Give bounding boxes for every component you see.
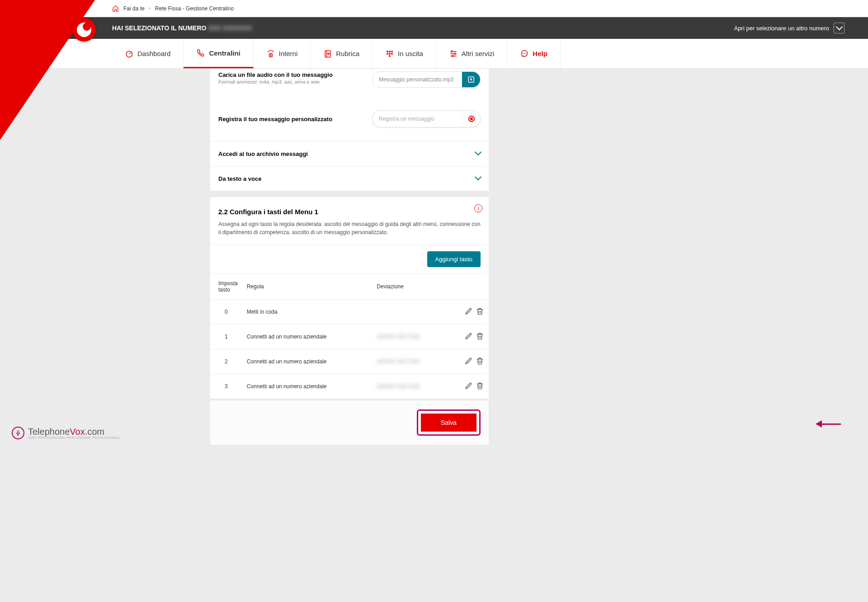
svg-point-11: [451, 51, 453, 52]
main-nav: Dashboard Centralini Interni Rubrica In …: [0, 39, 868, 69]
cell-key: 2: [210, 349, 242, 374]
save-highlight: Salva: [417, 409, 481, 436]
nav-label: Rubrica: [336, 50, 359, 57]
cell-deviation: XXXXX XXX XXX: [372, 374, 448, 399]
cell-key: 3: [210, 374, 242, 399]
nav-altri-servizi[interactable]: Altri servizi: [436, 39, 508, 68]
watermark-suffix: Vox: [70, 427, 85, 437]
svg-point-12: [454, 53, 456, 54]
cell-rule: Connetti ad un numero aziendale: [242, 349, 373, 374]
expand-tts[interactable]: Da testo a voce: [210, 166, 489, 191]
breadcrumb: Fai da te › Rete Fissa - Gestione Centra…: [0, 0, 868, 17]
delete-button[interactable]: [476, 307, 484, 315]
svg-rect-16: [17, 431, 19, 433]
nav-dashboard[interactable]: Dashboard: [112, 39, 184, 68]
table-row: 3Connetti ad un numero aziendaleXXXXX XX…: [210, 374, 489, 399]
cell-rule: Metti in coda: [242, 300, 373, 325]
annotation-arrow: [816, 420, 841, 428]
phone-icon: [196, 48, 205, 57]
section-configure-keys: i 2.2 Configura i tasti del Menu 1 Asseg…: [210, 197, 489, 245]
upload-sublabel: Formati ammessi: m4a, mp3, aac, wma e wa…: [218, 79, 333, 85]
edit-button[interactable]: [464, 381, 473, 390]
expand-archive[interactable]: Accedi al tuo archivio messaggi: [210, 141, 489, 166]
keys-table: Imposta tasto Regola Deviazione 0Metti i…: [210, 273, 489, 399]
upload-label: Carica un file audio con il tuo messaggi…: [218, 71, 333, 78]
svg-point-10: [389, 55, 391, 56]
record-label: Registra il tuo messaggio personalizzato: [218, 116, 332, 122]
cell-rule: Connetti ad un numero aziendale: [242, 325, 373, 349]
nav-label: In uscita: [398, 50, 423, 57]
cell-rule: Connetti ad un numero aziendale: [242, 374, 373, 399]
switch-number-label[interactable]: Apri per selezionare un altro numero: [734, 25, 829, 32]
upload-button[interactable]: [462, 71, 480, 88]
nav-interni[interactable]: Interni: [254, 39, 311, 68]
section-title: 2.2 Configura i tasti del Menu 1: [218, 208, 481, 216]
nav-label: Help: [533, 50, 547, 57]
gauge-icon: [125, 49, 134, 58]
record-button[interactable]: [462, 110, 480, 127]
nav-in-uscita[interactable]: In uscita: [373, 39, 436, 68]
cell-deviation: XXXXX XXX XXX: [372, 325, 448, 349]
table-row: 0Metti in coda: [210, 300, 489, 325]
cell-deviation: [372, 300, 448, 325]
th-rule: Regola: [242, 274, 373, 300]
cell-key: 0: [210, 300, 242, 325]
switch-number-button[interactable]: [834, 23, 844, 33]
svg-point-4: [387, 51, 388, 52]
record-field[interactable]: Registra un messaggio: [372, 110, 481, 127]
chevron-right-icon: ›: [149, 6, 151, 11]
table-row: 2Connetti ad un numero aziendaleXXXXX XX…: [210, 349, 489, 374]
svg-point-8: [389, 53, 391, 54]
nav-rubrica[interactable]: Rubrica: [311, 39, 373, 68]
watermark-tld: .com: [85, 427, 104, 437]
nav-label: Centralini: [209, 49, 240, 57]
selected-number-value: XXX XXXXXXX: [208, 24, 252, 32]
cell-key: 1: [210, 325, 242, 349]
expand-archive-label: Accedi al tuo archivio messaggi: [218, 150, 308, 157]
upload-filename: Messaggio personalizzato.mp3: [379, 76, 453, 83]
home-icon[interactable]: [112, 5, 119, 12]
phone-classic-icon: [266, 49, 275, 58]
edit-button[interactable]: [464, 357, 473, 365]
save-button[interactable]: Salva: [421, 414, 476, 432]
upload-file-field[interactable]: Messaggio personalizzato.mp3: [372, 71, 481, 88]
watermark-tagline: VOCI PROFESSIONALI PER AZIENDE PROFESSIO…: [28, 436, 120, 439]
delete-button[interactable]: [476, 332, 484, 340]
chevron-down-icon: [476, 174, 481, 183]
section-desc: Assegna ad ogni tasto la regola desidera…: [218, 220, 481, 236]
vodafone-logo: [72, 18, 96, 42]
breadcrumb-page: Rete Fissa - Gestione Centralino: [155, 5, 234, 12]
watermark-brand: Telephone: [28, 427, 70, 437]
nav-help[interactable]: Help: [507, 39, 561, 68]
sliders-icon: [449, 49, 458, 58]
mic-icon: [12, 427, 24, 439]
info-icon[interactable]: i: [474, 204, 482, 212]
selected-number-label: HAI SELEZIONATO IL NUMERO: [112, 24, 206, 32]
dial-icon: [385, 49, 394, 58]
delete-button[interactable]: [476, 381, 484, 390]
nav-label: Dashboard: [137, 50, 170, 57]
record-icon: [468, 116, 475, 122]
chevron-down-icon: [837, 24, 842, 32]
expand-tts-label: Da testo a voce: [218, 175, 261, 182]
number-selector-bar: HAI SELEZIONATO IL NUMERO XXX XXXXXXX Ap…: [0, 17, 868, 39]
chevron-down-icon: [476, 150, 481, 158]
nav-label: Interni: [279, 50, 298, 57]
cell-deviation: XXXXX XXX XXX: [372, 349, 448, 374]
add-key-button[interactable]: Aggiungi tasto: [427, 251, 481, 267]
th-key: Imposta tasto: [210, 274, 242, 300]
edit-button[interactable]: [464, 307, 473, 315]
svg-point-7: [387, 53, 388, 54]
nav-centralini[interactable]: Centralini: [184, 39, 253, 68]
delete-button[interactable]: [476, 357, 484, 365]
svg-point-5: [389, 51, 391, 52]
table-row: 1Connetti ad un numero aziendaleXXXXX XX…: [210, 325, 489, 349]
nav-label: Altri servizi: [462, 50, 495, 57]
book-icon: [323, 49, 332, 58]
breadcrumb-home[interactable]: Fai da te: [123, 5, 145, 12]
watermark: TelephoneVox.com VOCI PROFESSIONALI PER …: [12, 427, 120, 439]
svg-point-6: [392, 51, 393, 52]
svg-rect-1: [269, 53, 272, 57]
edit-button[interactable]: [464, 332, 473, 340]
chat-icon: [520, 49, 529, 58]
